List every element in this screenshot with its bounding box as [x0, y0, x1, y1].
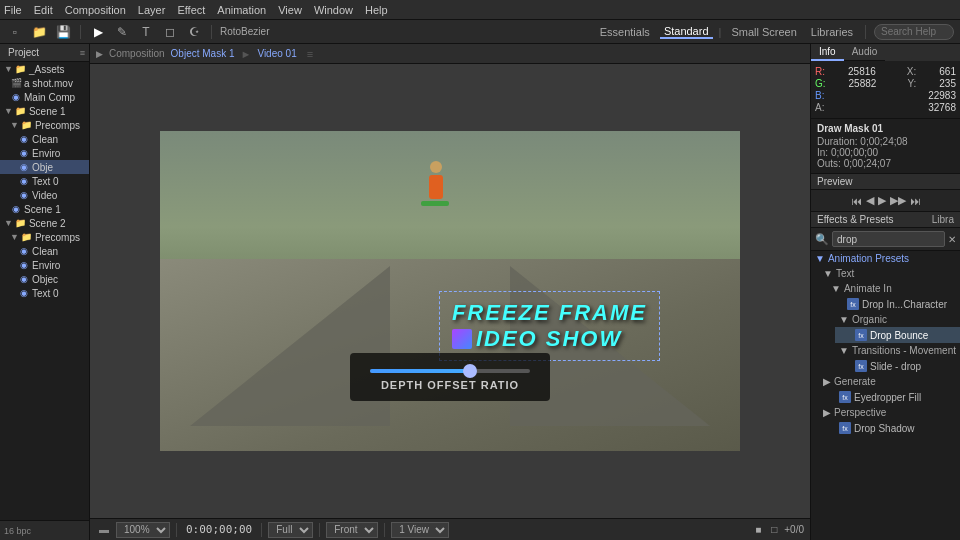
preview-next[interactable]: ▶▶ [890, 194, 906, 207]
tree-item-scene2[interactable]: ▼ 📁 Scene 2 [0, 216, 89, 230]
tree-item-video1[interactable]: ◉ Video [0, 188, 89, 202]
toolbar-icon-new[interactable]: ▫ [6, 23, 24, 41]
text-group-label: Text [836, 268, 854, 279]
shape-tool[interactable]: ◻ [161, 23, 179, 41]
depth-slider-thumb[interactable] [463, 364, 477, 378]
select-tool[interactable]: ▶ [89, 23, 107, 41]
info-tab[interactable]: Info [811, 44, 844, 61]
toolbar-icon-open[interactable]: 📁 [30, 23, 48, 41]
menu-view[interactable]: View [278, 4, 302, 16]
comp-menu-icon[interactable]: ≡ [307, 48, 313, 60]
effect-drop-in-character[interactable]: fx Drop In...Character [827, 296, 960, 312]
overlay-box[interactable]: FREEZE FRAME IDEO SHOW [439, 291, 660, 361]
effects-search-input[interactable] [832, 231, 945, 247]
animate-in-header[interactable]: ▼ Animate In [827, 281, 960, 296]
tree-item-objec2[interactable]: ◉ Objec [0, 272, 89, 286]
generate-header[interactable]: ▶ Generate [819, 374, 960, 389]
folder-icon-assets: 📁 [15, 63, 27, 75]
menu-animation[interactable]: Animation [217, 4, 266, 16]
effects-search-clear[interactable]: ✕ [948, 234, 956, 245]
menu-bar: File Edit Composition Layer Effect Anima… [0, 0, 960, 20]
view-select[interactable]: Front [326, 522, 378, 538]
viewer-right-controls: ■ □ +0/0 [752, 524, 804, 535]
tree-item-assets[interactable]: ▼ 📁 _Assets [0, 62, 89, 76]
menu-composition[interactable]: Composition [65, 4, 126, 16]
menu-file[interactable]: File [4, 4, 22, 16]
tree-item-clean1[interactable]: ◉ Clean [0, 132, 89, 146]
workspace-standard[interactable]: Standard [660, 25, 713, 39]
tree-item-precomps2[interactable]: ▼ 📁 Precomps [0, 230, 89, 244]
organic-header[interactable]: ▼ Organic [835, 312, 960, 327]
comp-tab-video[interactable]: Video 01 [257, 48, 296, 59]
preview-last[interactable]: ⏭ [910, 195, 921, 207]
quality-select[interactable]: Full [268, 522, 313, 538]
text-group-header[interactable]: ▼ Text [819, 266, 960, 281]
effect-drop-shadow[interactable]: fx Drop Shadow [819, 420, 960, 436]
info-panel: R: 25816 X: 661 G: 25882 Y: 235 B: 22983… [811, 61, 960, 119]
workspace-essentials[interactable]: Essentials [596, 26, 654, 38]
info-g-label: G: [815, 78, 826, 89]
help-search-input[interactable] [874, 24, 954, 40]
transitions-label: Transitions - Movement [852, 345, 956, 356]
effect-eyedropper-fill[interactable]: fx Eyedropper Fill [819, 389, 960, 405]
tree-item-scene1comp[interactable]: ◉ Scene 1 [0, 202, 89, 216]
project-panel-menu[interactable]: ≡ [80, 48, 85, 58]
preview-play[interactable]: ▶ [878, 194, 886, 207]
libraries-label[interactable]: Libra [932, 214, 954, 225]
effect-slide-drop[interactable]: fx Slide - drop [835, 358, 960, 374]
menu-layer[interactable]: Layer [138, 4, 166, 16]
depth-slider-track[interactable] [370, 369, 530, 373]
tree-item-precomps1[interactable]: ▼ 📁 Precomps [0, 118, 89, 132]
comp-sep: ► [241, 48, 252, 60]
overlay-logo [452, 329, 472, 349]
tree-label-scene1comp: Scene 1 [24, 204, 61, 215]
menu-effect[interactable]: Effect [177, 4, 205, 16]
info-r-row: R: 25816 X: 661 [815, 66, 956, 77]
project-tab[interactable]: Project [4, 46, 43, 59]
effects-search-bar: 🔍 ✕ [811, 228, 960, 251]
viewer-ctrl-fps: ▬ [96, 524, 112, 535]
preview-first[interactable]: ⏮ [851, 195, 862, 207]
transitions-header[interactable]: ▼ Transitions - Movement [835, 343, 960, 358]
comp-tab-object[interactable]: Object Mask 1 [171, 48, 235, 59]
pen-tool[interactable]: ✎ [113, 23, 131, 41]
viewer-toggle-1[interactable]: ■ [752, 524, 764, 535]
info-g-row: G: 25882 Y: 235 [815, 78, 956, 89]
tree-item-obje1[interactable]: ◉ Obje [0, 160, 89, 174]
view-count-select[interactable]: 1 View [391, 522, 449, 538]
tree-item-shot[interactable]: 🎬 a shot.mov [0, 76, 89, 90]
info-x-label: X: [907, 66, 916, 77]
tree-item-maincomp[interactable]: ◉ Main Comp [0, 90, 89, 104]
timecode-display[interactable]: 0:00;00;00 [183, 523, 255, 536]
comp-icon-enviro1: ◉ [18, 147, 30, 159]
tree-item-enviro1[interactable]: ◉ Enviro [0, 146, 89, 160]
tree-item-clean2[interactable]: ◉ Clean [0, 244, 89, 258]
effect-icon-drop-shadow: fx [839, 422, 851, 434]
preview-prev[interactable]: ◀ [866, 194, 874, 207]
overlay-video-text: IDEO SHOW [476, 326, 622, 352]
overlay-freeze-frame: FREEZE FRAME [452, 300, 647, 326]
tree-item-text02[interactable]: ◉ Text 0 [0, 286, 89, 300]
brush-tool[interactable]: ☪ [185, 23, 203, 41]
effect-drop-bounce[interactable]: fx Drop Bounce [835, 327, 960, 343]
menu-help[interactable]: Help [365, 4, 388, 16]
tree-arrow-assets: ▼ [4, 64, 13, 74]
animation-presets-header[interactable]: ▼ Animation Presets [811, 251, 960, 266]
audio-tab[interactable]: Audio [844, 44, 886, 61]
ramp-left [190, 266, 390, 426]
workspace-libraries[interactable]: Libraries [807, 26, 857, 38]
tree-item-scene1[interactable]: ▼ 📁 Scene 1 [0, 104, 89, 118]
zoom-select[interactable]: 100% [116, 522, 170, 538]
text-tool[interactable]: T [137, 23, 155, 41]
tree-item-text01[interactable]: ◉ Text 0 [0, 174, 89, 188]
workspace-small-screen[interactable]: Small Screen [727, 26, 800, 38]
toolbar-icon-save[interactable]: 💾 [54, 23, 72, 41]
draw-mask-info: Draw Mask 01 Duration: 0;00;24;08 In: 0;… [811, 119, 960, 174]
tree-item-enviro2[interactable]: ◉ Enviro [0, 258, 89, 272]
viewer-toggle-2[interactable]: □ [768, 524, 780, 535]
mask-duration: Duration: 0;00;24;08 [817, 136, 954, 147]
menu-window[interactable]: Window [314, 4, 353, 16]
folder-icon-precomps2: 📁 [21, 231, 33, 243]
menu-edit[interactable]: Edit [34, 4, 53, 16]
perspective-header[interactable]: ▶ Perspective [819, 405, 960, 420]
